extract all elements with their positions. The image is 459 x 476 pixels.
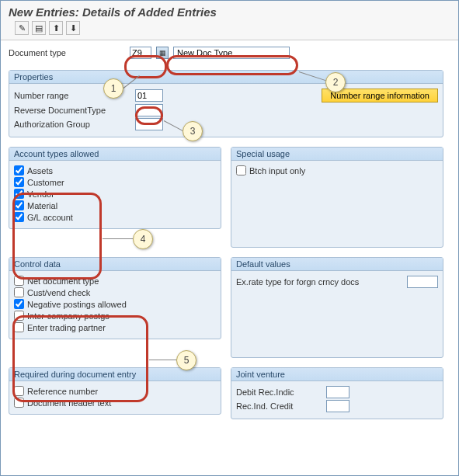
debit-rec-input[interactable] — [326, 386, 349, 398]
required-entry-item: Document header text — [14, 398, 216, 408]
toolbar-change-icon[interactable]: ✎ — [15, 21, 29, 35]
net-doc-type-checkbox[interactable] — [14, 276, 24, 286]
reference-number-label: Reference number — [27, 387, 98, 396]
account-type-item: Material — [14, 200, 216, 210]
required-entry-group: Required during document entry Reference… — [9, 367, 221, 415]
special-usage-group: Special usage Btch input only — [231, 147, 443, 248]
default-values-header: Default values — [231, 258, 443, 271]
assets-label: Assets — [27, 166, 53, 175]
toolbar: ✎ ▤ ⬆ ⬇ — [9, 19, 450, 37]
customer-label: Customer — [27, 178, 64, 187]
toolbar-save-icon[interactable]: ▤ — [32, 21, 46, 35]
material-checkbox[interactable] — [14, 200, 24, 210]
required-entry-item: Reference number — [14, 386, 216, 396]
auth-group-label: Authorization Group — [14, 120, 130, 129]
cust-vend-check-label: Cust/vend check — [27, 288, 90, 297]
account-type-item: G/L account — [14, 212, 216, 222]
account-type-item: Assets — [14, 165, 216, 175]
callout-tag-4: 4 — [133, 229, 153, 249]
reverse-doc-type-row: Reverse DocumentType — [14, 104, 438, 116]
doc-header-text-checkbox[interactable] — [14, 398, 24, 408]
callout-tag-2: 2 — [325, 72, 346, 92]
control-data-item: Net document type — [14, 276, 216, 286]
inter-company-label: Inter-company postgs — [27, 311, 110, 321]
net-doc-type-label: Net document type — [27, 276, 99, 286]
credit-rec-input[interactable] — [326, 400, 349, 412]
account-types-header: Account types allowed — [9, 148, 221, 161]
debit-rec-row: Debit Rec.Indic — [236, 386, 438, 398]
ex-rate-label: Ex.rate type for forgn crncy docs — [236, 277, 402, 287]
document-type-row: Document type ▦ — [9, 47, 452, 59]
ex-rate-row: Ex.rate type for forgn crncy docs — [236, 276, 438, 288]
control-data-item: Cust/vend check — [14, 287, 216, 297]
control-data-header: Control data — [9, 258, 221, 271]
debit-rec-label: Debit Rec.Indic — [236, 387, 322, 397]
special-usage-header: Special usage — [231, 148, 443, 161]
special-usage-item: Btch input only — [236, 165, 438, 175]
callout-tag-3: 3 — [183, 121, 203, 141]
toolbar-prev-icon[interactable]: ⬆ — [49, 21, 63, 35]
page-title: New Entries: Details of Added Entries — [9, 5, 450, 19]
account-type-item: Vendor — [14, 189, 216, 199]
control-data-item: Negative postings allowed — [14, 299, 216, 309]
joint-venture-group: Joint venture Debit Rec.Indic Rec.Ind. C… — [231, 367, 443, 419]
properties-header: Properties — [9, 71, 443, 84]
title-bar: New Entries: Details of Added Entries ✎ … — [1, 1, 458, 40]
reverse-doc-type-input[interactable] — [135, 104, 163, 116]
inter-company-checkbox[interactable] — [14, 311, 24, 321]
credit-rec-label: Rec.Ind. Credit — [236, 401, 322, 411]
negative-postings-checkbox[interactable] — [14, 299, 24, 309]
document-type-desc-input[interactable] — [173, 47, 290, 59]
control-data-item: Inter-company postgs — [14, 311, 216, 321]
joint-venture-header: Joint venture — [231, 368, 443, 381]
reverse-doc-type-label: Reverse DocumentType — [14, 106, 130, 115]
control-data-item: Enter trading partner — [14, 322, 216, 332]
callout-connector — [149, 360, 177, 360]
gl-account-label: G/L account — [27, 213, 73, 222]
credit-rec-row: Rec.Ind. Credit — [236, 400, 438, 412]
number-range-row: Number range Number range information — [14, 89, 438, 102]
auth-group-input[interactable] — [135, 118, 163, 130]
assets-checkbox[interactable] — [14, 165, 24, 175]
callout-tag-5: 5 — [176, 350, 196, 370]
vendor-label: Vendor — [27, 189, 54, 199]
reference-number-checkbox[interactable] — [14, 386, 24, 396]
toolbar-next-icon[interactable]: ⬇ — [66, 21, 80, 35]
number-range-input[interactable] — [135, 89, 163, 102]
trading-partner-label: Enter trading partner — [27, 323, 106, 332]
batch-input-only-label: Btch input only — [249, 166, 305, 175]
negative-postings-label: Negative postings allowed — [27, 300, 127, 309]
vendor-checkbox[interactable] — [14, 189, 24, 199]
app-window: New Entries: Details of Added Entries ✎ … — [0, 0, 459, 476]
trading-partner-checkbox[interactable] — [14, 322, 24, 332]
callout-connector — [103, 238, 134, 239]
content-body: Document type ▦ Properties Number range … — [1, 40, 458, 435]
doc-header-text-label: Document header text — [27, 398, 111, 408]
callout-tag-1: 1 — [103, 78, 123, 99]
document-type-search-help-icon[interactable]: ▦ — [156, 47, 169, 59]
customer-checkbox[interactable] — [14, 177, 24, 187]
account-type-item: Customer — [14, 177, 216, 187]
properties-group: Properties Number range Number range inf… — [9, 70, 443, 137]
material-label: Material — [27, 201, 57, 210]
cust-vend-check-checkbox[interactable] — [14, 287, 24, 297]
batch-input-only-checkbox[interactable] — [236, 165, 246, 175]
default-values-group: Default values Ex.rate type for forgn cr… — [231, 257, 443, 358]
auth-group-row: Authorization Group — [14, 118, 438, 130]
document-type-code-input[interactable] — [130, 47, 151, 59]
ex-rate-input[interactable] — [407, 276, 438, 288]
document-type-label: Document type — [9, 48, 125, 57]
account-types-group: Account types allowed Assets Customer — [9, 147, 221, 229]
control-data-group: Control data Net document type Cust/vend… — [9, 257, 221, 339]
gl-account-checkbox[interactable] — [14, 212, 24, 222]
